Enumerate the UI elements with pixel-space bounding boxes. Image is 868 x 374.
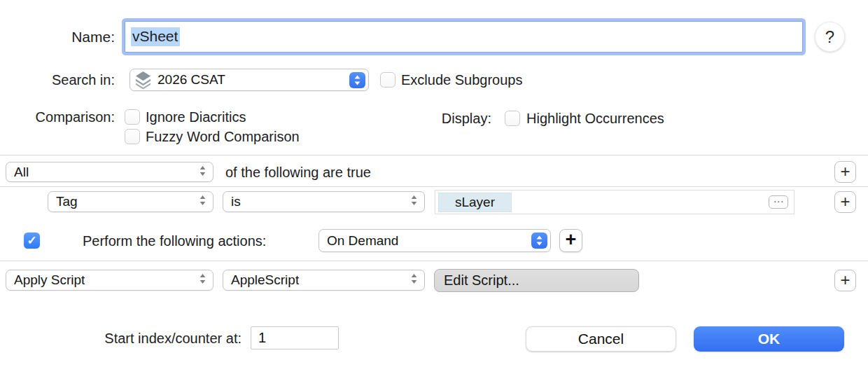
edit-script-button-label: Edit Script... — [444, 272, 519, 289]
exclude-subgroups-checkbox[interactable] — [380, 72, 396, 88]
popup-chevrons-icon — [410, 272, 418, 288]
start-index-label: Start index/counter at: — [0, 330, 241, 347]
search-in-value: 2026 CSAT — [158, 72, 225, 88]
add-action-button[interactable]: + — [559, 229, 582, 252]
exclude-subgroups-label: Exclude Subgroups — [401, 71, 522, 88]
divider — [0, 186, 868, 187]
edit-script-button[interactable]: Edit Script... — [434, 269, 639, 292]
condition-operator-value: is — [231, 194, 241, 209]
ignore-diacritics-label: Ignore Diacritics — [146, 109, 246, 125]
start-index-input[interactable] — [251, 326, 339, 349]
script-language-popup[interactable]: AppleScript — [223, 270, 425, 291]
popup-chevrons-icon — [410, 194, 418, 209]
cancel-button-label: Cancel — [578, 331, 624, 347]
divider — [0, 261, 868, 261]
match-suffix-text: of the following are true — [225, 164, 371, 181]
name-label: Name: — [0, 28, 115, 46]
popup-chevrons-icon — [199, 165, 206, 180]
condition-operator-popup[interactable]: is — [223, 191, 425, 212]
highlight-occurrences-label: Highlight Occurrences — [526, 110, 664, 127]
tag-token[interactable]: sLayer — [438, 193, 512, 212]
condition-field-value: Tag — [56, 194, 78, 209]
highlight-occurrences-checkbox[interactable] — [505, 111, 520, 126]
fuzzy-word-checkbox[interactable] — [125, 129, 140, 144]
smart-group-dialog: Name: vSheet ? Search in: 2026 CSAT Excl… — [0, 0, 868, 374]
search-in-label: Search in: — [0, 71, 115, 88]
add-action-row-button[interactable]: + — [834, 270, 856, 291]
perform-actions-checkbox[interactable]: ✓ — [24, 233, 40, 249]
name-input-selected-text: vSheet — [131, 27, 180, 46]
group-layers-icon — [134, 71, 152, 90]
checkmark-icon: ✓ — [27, 233, 36, 248]
add-condition-group-button[interactable]: + — [834, 161, 856, 183]
cancel-button[interactable]: Cancel — [526, 326, 676, 352]
popup-chevrons-icon — [349, 72, 365, 88]
action-type-popup[interactable]: Apply Script — [6, 270, 214, 291]
popup-chevrons-icon — [199, 194, 206, 209]
ok-button-label: OK — [758, 331, 780, 347]
condition-token-field[interactable]: sLayer ⋯ — [435, 190, 794, 214]
match-type-popup[interactable]: All — [6, 162, 214, 182]
perform-actions-label: Perform the following actions: — [83, 233, 266, 249]
fuzzy-word-label: Fuzzy Word Comparison — [146, 128, 300, 145]
popup-chevrons-icon — [199, 272, 206, 288]
add-condition-button[interactable]: + — [834, 191, 856, 213]
popup-chevrons-icon — [531, 233, 547, 249]
help-button[interactable]: ? — [815, 22, 845, 52]
perform-when-popup[interactable]: On Demand — [318, 229, 551, 252]
display-label: Display: — [392, 110, 491, 127]
match-type-value: All — [14, 165, 29, 180]
name-input[interactable]: vSheet — [125, 21, 803, 53]
comparison-label: Comparison: — [0, 109, 115, 125]
ellipsis-icon[interactable]: ⋯ — [769, 195, 788, 209]
perform-when-value: On Demand — [327, 233, 398, 249]
script-language-value: AppleScript — [231, 272, 299, 288]
action-type-value: Apply Script — [14, 272, 85, 288]
search-in-popup[interactable]: 2026 CSAT — [130, 69, 369, 91]
ignore-diacritics-checkbox[interactable] — [125, 109, 140, 125]
condition-field-popup[interactable]: Tag — [48, 191, 214, 212]
divider — [0, 155, 868, 155]
ok-button[interactable]: OK — [694, 326, 844, 352]
